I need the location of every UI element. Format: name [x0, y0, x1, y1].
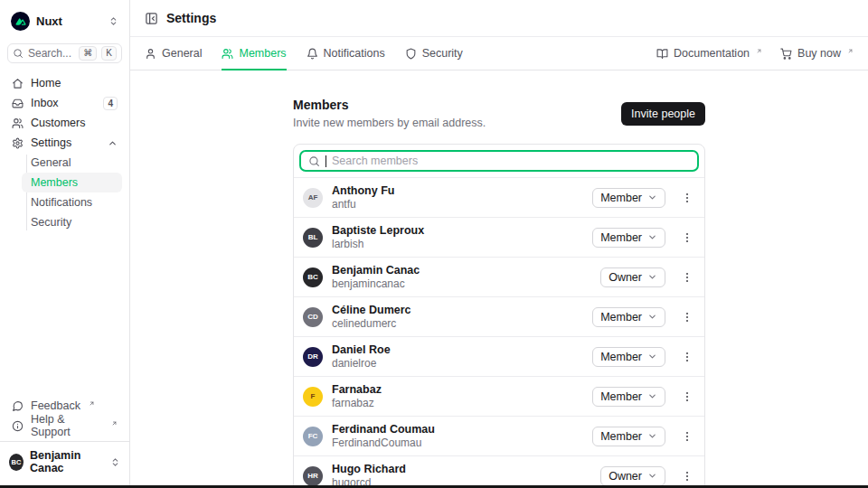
members-search-input[interactable] — [332, 155, 690, 167]
member-name: Baptiste Leproux — [332, 224, 424, 238]
sidebar-item-label: Notifications — [31, 196, 92, 209]
buy-now-link[interactable]: Buy now — [780, 47, 854, 60]
tab-security[interactable]: Security — [405, 37, 463, 70]
member-row: HR Hugo Richard hugorcd Owner — [294, 456, 704, 488]
member-role-select[interactable]: Member — [592, 347, 665, 367]
users-icon — [222, 48, 233, 60]
sidebar-item-customers[interactable]: Customers — [7, 113, 122, 133]
member-actions-menu-icon[interactable] — [679, 190, 695, 206]
sidebar-item-security[interactable]: Security — [22, 212, 122, 232]
member-role-select[interactable]: Member — [592, 307, 665, 327]
members-panel-header: Members Invite new members by email addr… — [293, 98, 705, 129]
content-area: Members Invite new members by email addr… — [130, 71, 868, 488]
member-avatar: HR — [303, 466, 323, 486]
bell-icon — [307, 48, 318, 60]
member-role-value: Member — [600, 311, 642, 324]
user-menu[interactable]: BC Benjamin Canac — [0, 441, 129, 481]
tab-label: Security — [422, 47, 463, 60]
member-role-select[interactable]: Owner — [600, 466, 665, 486]
settings-tabbar: General Members Notifications Security D… — [130, 37, 868, 70]
member-avatar: DR — [303, 347, 323, 367]
chevron-down-icon — [647, 312, 657, 322]
sidebar-item-label: Settings — [31, 136, 71, 149]
tab-general[interactable]: General — [145, 37, 202, 70]
member-actions-menu-icon[interactable] — [679, 349, 695, 365]
help-support-label: Help & Support — [31, 413, 103, 438]
nuxt-logo-icon — [11, 12, 30, 31]
sidebar-item-label: General — [31, 156, 71, 169]
collapse-sidebar-button[interactable] — [145, 12, 158, 25]
member-username: farnabaz — [332, 397, 382, 409]
info-circle-icon — [12, 420, 24, 432]
chevron-down-icon — [647, 232, 657, 242]
external-link-icon — [847, 48, 854, 54]
chevron-down-icon — [647, 272, 657, 282]
member-actions-menu-icon[interactable] — [679, 428, 695, 445]
members-search-section — [294, 145, 704, 178]
sidebar-item-label: Customers — [31, 117, 85, 129]
external-link-icon — [89, 400, 95, 407]
member-role-value: Member — [600, 192, 642, 204]
chevrons-up-down-icon — [110, 457, 120, 467]
main-area: Settings General Members Notifications S… — [130, 0, 868, 488]
help-support-link[interactable]: Help & Support — [7, 416, 122, 436]
members-search-field[interactable] — [299, 150, 699, 172]
member-role-select[interactable]: Member — [592, 387, 665, 407]
documentation-label: Documentation — [674, 47, 750, 60]
tab-label: General — [162, 47, 202, 60]
tab-notifications[interactable]: Notifications — [307, 37, 385, 70]
sidebar-item-general[interactable]: General — [22, 153, 122, 173]
member-actions-menu-icon[interactable] — [679, 269, 695, 286]
member-actions-menu-icon[interactable] — [679, 230, 695, 246]
sidebar-item-label: Members — [31, 176, 78, 189]
member-username: celinedumerc — [332, 317, 411, 330]
workspace-switcher[interactable]: Nuxt — [7, 7, 122, 34]
buy-now-label: Buy now — [797, 47, 841, 60]
sidebar-item-settings[interactable]: Settings — [7, 133, 122, 153]
invite-people-button[interactable]: Invite people — [621, 102, 705, 126]
chevron-up-icon — [108, 138, 118, 148]
member-role-select[interactable]: Member — [592, 188, 665, 208]
user-icon — [145, 48, 156, 60]
external-link-icon — [111, 420, 118, 427]
member-role-value: Member — [600, 351, 642, 363]
sidebar-item-members[interactable]: Members — [22, 173, 122, 192]
chevrons-up-down-icon — [108, 16, 118, 26]
search-placeholder: Search... — [28, 47, 74, 60]
member-name: Daniel Roe — [332, 343, 391, 357]
text-caret — [326, 155, 326, 167]
member-role-select[interactable]: Member — [592, 427, 665, 446]
sidebar-item-inbox[interactable]: Inbox 4 — [7, 93, 122, 113]
member-avatar: F — [303, 387, 323, 407]
member-role-value: Owner — [609, 271, 642, 284]
documentation-link[interactable]: Documentation — [656, 47, 762, 60]
member-name: Benjamin Canac — [332, 264, 420, 277]
workspace-name: Nuxt — [36, 14, 62, 28]
member-actions-menu-icon[interactable] — [679, 389, 695, 405]
sidebar-item-home[interactable]: Home — [7, 73, 122, 93]
member-name: Farnabaz — [332, 383, 382, 397]
sidebar-search-button[interactable]: Search... ⌘ K — [7, 43, 122, 63]
page-header: Settings — [130, 0, 868, 37]
member-name: Hugo Richard — [332, 463, 406, 476]
user-name: Benjamin Canac — [30, 449, 104, 474]
member-row: CD Céline Dumerc celinedumerc Member — [294, 297, 704, 337]
header-links: Documentation Buy now — [656, 47, 854, 60]
tab-label: Members — [239, 47, 286, 60]
member-row: F Farnabaz farnabaz Member — [294, 377, 704, 417]
member-role-select[interactable]: Member — [592, 228, 665, 248]
search-icon — [308, 155, 320, 167]
member-username: danielroe — [332, 357, 391, 370]
sidebar-item-label: Home — [31, 77, 61, 89]
member-actions-menu-icon[interactable] — [679, 468, 695, 484]
chevron-down-icon — [647, 192, 657, 202]
member-username: antfu — [332, 198, 394, 211]
member-actions-menu-icon[interactable] — [679, 309, 695, 325]
users-icon — [12, 117, 24, 129]
tab-members[interactable]: Members — [222, 37, 286, 70]
member-list: AF Anthony Fu antfu Member BL Baptiste L… — [294, 178, 704, 488]
sidebar: Nuxt Search... ⌘ K Home Inbox 4 Customer… — [0, 0, 130, 488]
member-role-select[interactable]: Owner — [600, 267, 665, 287]
member-row: DR Daniel Roe danielroe Member — [294, 337, 704, 377]
sidebar-item-notifications[interactable]: Notifications — [22, 192, 122, 212]
